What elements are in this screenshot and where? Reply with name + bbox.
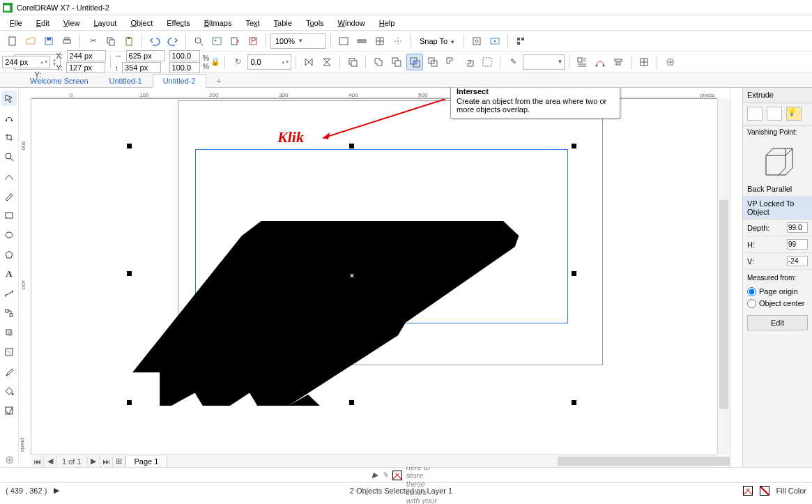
tab-add-icon[interactable]: + bbox=[206, 74, 227, 87]
x-field[interactable] bbox=[67, 50, 106, 61]
page-tab[interactable]: Page 1 bbox=[125, 456, 168, 467]
page-origin-radio[interactable]: Page origin bbox=[743, 286, 812, 298]
quick-customize-icon[interactable]: ⊕ bbox=[1, 452, 17, 467]
convert-curves-icon[interactable] bbox=[592, 54, 608, 70]
handle-bottom-middle[interactable] bbox=[349, 400, 354, 405]
y-field[interactable] bbox=[66, 62, 105, 73]
lock-ratio-icon[interactable]: 🔒 bbox=[210, 56, 220, 68]
tab-untitled-2[interactable]: Untitled-2 bbox=[153, 74, 206, 88]
edit-button[interactable]: Edit bbox=[747, 315, 808, 330]
object-center-radio[interactable]: Object center bbox=[743, 298, 812, 310]
eyedropper-tool-icon[interactable] bbox=[1, 364, 17, 379]
nav-next-small-icon[interactable]: ▶ bbox=[54, 486, 59, 495]
handle-middle-right[interactable] bbox=[572, 271, 576, 276]
transparency-tool-icon[interactable] bbox=[1, 344, 17, 360]
no-color-swatch[interactable] bbox=[392, 471, 402, 480]
mirror-h-icon[interactable] bbox=[300, 54, 317, 70]
copy-icon[interactable] bbox=[102, 33, 119, 49]
scale-x-field[interactable] bbox=[169, 50, 200, 61]
rectangle-tool-icon[interactable] bbox=[1, 208, 17, 223]
menu-object[interactable]: Object bbox=[123, 17, 160, 29]
nav-prev-icon[interactable]: ◀ bbox=[44, 456, 56, 467]
crop-tool-icon[interactable] bbox=[1, 130, 17, 145]
paste-icon[interactable] bbox=[121, 33, 137, 49]
new-icon[interactable] bbox=[4, 33, 21, 49]
depth-field[interactable] bbox=[787, 222, 808, 233]
zoom-combo[interactable]: 100%▼ bbox=[270, 33, 326, 49]
simplify-icon[interactable] bbox=[424, 54, 441, 70]
connector-tool-icon[interactable] bbox=[1, 305, 17, 321]
v-field[interactable] bbox=[787, 256, 808, 266]
document-palette[interactable]: ▶ ✎ Drag colors (or objects) here to sto… bbox=[0, 467, 812, 482]
shape-tool-icon[interactable] bbox=[1, 110, 17, 125]
nav-first-icon[interactable]: ⏮ bbox=[31, 456, 44, 467]
nav-last-icon[interactable]: ⏭ bbox=[100, 456, 113, 467]
menu-effects[interactable]: Effects bbox=[160, 17, 197, 29]
image-icon[interactable] bbox=[208, 33, 225, 49]
handle-top-left[interactable] bbox=[127, 144, 132, 148]
drawing-canvas[interactable]: × Klik Intersect Create an object from t… bbox=[31, 99, 717, 455]
status-outline-swatch[interactable] bbox=[760, 486, 769, 496]
pick-tool-icon[interactable] bbox=[1, 91, 17, 106]
handle-bottom-left[interactable] bbox=[127, 400, 132, 405]
center-page-icon[interactable] bbox=[636, 54, 652, 70]
handle-bottom-right[interactable] bbox=[572, 400, 576, 405]
fullscreen-icon[interactable] bbox=[335, 33, 352, 49]
menu-bitmaps[interactable]: Bitmaps bbox=[197, 17, 239, 29]
intersect-icon[interactable] bbox=[406, 54, 423, 70]
menu-table[interactable]: Table bbox=[267, 17, 299, 29]
vertical-scrollbar[interactable] bbox=[717, 99, 730, 455]
v-scroll-thumb[interactable] bbox=[719, 200, 728, 409]
menu-view[interactable]: View bbox=[56, 17, 87, 29]
handle-middle-left[interactable] bbox=[127, 271, 132, 276]
launch-icon[interactable] bbox=[487, 33, 503, 49]
wrap-text-icon[interactable] bbox=[574, 54, 590, 70]
vp-locked-row[interactable]: VP Locked To Object bbox=[743, 197, 812, 220]
handle-top-right[interactable] bbox=[572, 144, 576, 148]
search-icon[interactable] bbox=[190, 33, 207, 49]
menu-window[interactable]: Window bbox=[331, 17, 372, 29]
parallel-dim-icon[interactable] bbox=[1, 286, 17, 301]
open-icon[interactable] bbox=[22, 33, 39, 49]
rulers-icon[interactable] bbox=[353, 33, 370, 49]
publish-icon[interactable]: P bbox=[245, 33, 261, 49]
boundary-icon[interactable] bbox=[479, 54, 496, 70]
outline-width-combo[interactable]: ▼ bbox=[523, 54, 565, 70]
trim-icon[interactable] bbox=[388, 54, 405, 70]
scale-y-field[interactable] bbox=[169, 62, 200, 73]
extrude-tab-1-icon[interactable] bbox=[747, 107, 763, 121]
redo-icon[interactable] bbox=[164, 33, 181, 49]
zoom-tool-icon[interactable] bbox=[1, 149, 17, 165]
menu-file[interactable]: File bbox=[3, 17, 29, 29]
color-palette-strip[interactable] bbox=[730, 88, 742, 467]
nav-add-page-icon[interactable]: ⊞ bbox=[113, 456, 125, 467]
cut-icon[interactable]: ✂ bbox=[84, 33, 101, 49]
rotation-field[interactable]: ▲▼ bbox=[247, 54, 291, 70]
tab-welcome[interactable]: Welcome Screen bbox=[20, 74, 99, 87]
back-parallel-row[interactable]: Back Parallel bbox=[743, 182, 812, 197]
undo-icon[interactable] bbox=[146, 33, 163, 49]
front-minus-back-icon[interactable] bbox=[443, 54, 459, 70]
x-pos-input[interactable]: ▲▼ bbox=[2, 56, 50, 68]
outline-pen-icon[interactable]: ✎ bbox=[505, 54, 521, 70]
grid-icon[interactable] bbox=[371, 33, 388, 49]
export-icon[interactable] bbox=[227, 33, 243, 49]
back-minus-front-icon[interactable] bbox=[461, 54, 477, 70]
text-tool-icon[interactable]: A bbox=[1, 266, 17, 282]
save-icon[interactable] bbox=[40, 33, 57, 49]
freehand-tool-icon[interactable] bbox=[1, 169, 17, 184]
width-field[interactable] bbox=[126, 50, 165, 61]
extrude-tab-bulb-icon[interactable]: 💡 bbox=[786, 107, 802, 121]
fill-tool-icon[interactable] bbox=[1, 383, 17, 399]
tab-untitled-1[interactable]: Untitled-1 bbox=[99, 74, 153, 87]
print-icon[interactable] bbox=[59, 33, 75, 49]
handle-top-middle[interactable] bbox=[349, 144, 354, 148]
menu-edit[interactable]: Edit bbox=[29, 17, 56, 29]
add-icon[interactable]: ⊕ bbox=[661, 54, 678, 70]
align-icon[interactable] bbox=[610, 54, 627, 70]
order-front-icon[interactable] bbox=[344, 54, 361, 70]
weld-icon[interactable] bbox=[370, 54, 387, 70]
menu-layout[interactable]: Layout bbox=[86, 17, 123, 29]
menu-help[interactable]: Help bbox=[372, 17, 402, 29]
menu-tools[interactable]: Tools bbox=[299, 17, 331, 29]
